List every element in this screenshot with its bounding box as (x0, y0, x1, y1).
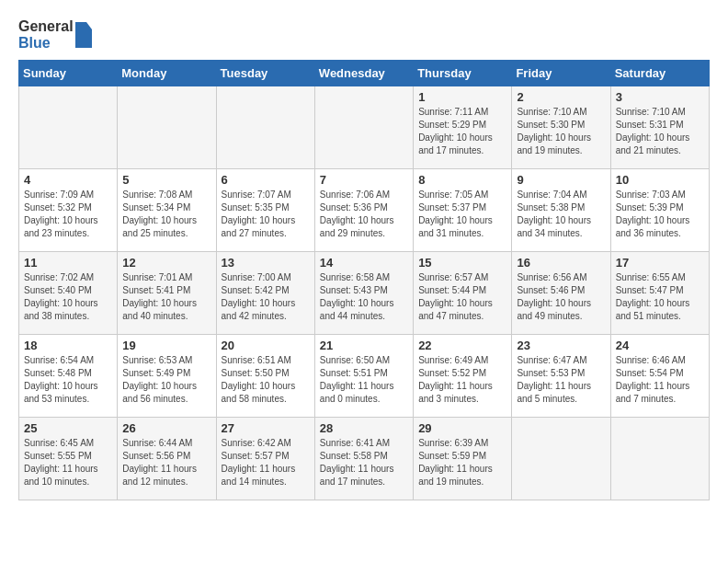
svg-marker-0 (75, 22, 92, 48)
calendar-week-1: 1Sunrise: 7:11 AMSunset: 5:29 PMDaylight… (19, 86, 710, 169)
calendar-cell: 6Sunrise: 7:07 AMSunset: 5:35 PMDaylight… (216, 169, 314, 252)
day-number: 7 (320, 173, 408, 187)
day-info: Sunrise: 7:00 AMSunset: 5:42 PMDaylight:… (222, 271, 310, 323)
day-number: 18 (24, 339, 112, 352)
calendar-cell (610, 418, 709, 500)
day-info: Sunrise: 6:41 AMSunset: 5:58 PMDaylight:… (320, 437, 408, 488)
calendar-week-4: 18Sunrise: 6:54 AMSunset: 5:48 PMDayligh… (19, 335, 710, 418)
day-number: 9 (517, 173, 605, 187)
calendar-cell: 15Sunrise: 6:57 AMSunset: 5:44 PMDayligh… (414, 252, 512, 335)
calendar-cell: 29Sunrise: 6:39 AMSunset: 5:59 PMDayligh… (414, 418, 512, 500)
calendar-cell: 7Sunrise: 7:06 AMSunset: 5:36 PMDaylight… (314, 169, 413, 252)
day-info: Sunrise: 6:54 AMSunset: 5:48 PMDaylight:… (24, 354, 112, 406)
day-number: 1 (418, 90, 506, 104)
weekday-header-monday: Monday (118, 61, 216, 86)
calendar-cell: 3Sunrise: 7:10 AMSunset: 5:31 PMDaylight… (610, 86, 709, 169)
day-number: 27 (222, 421, 310, 435)
calendar-cell (512, 418, 610, 500)
day-info: Sunrise: 7:07 AMSunset: 5:35 PMDaylight:… (222, 189, 310, 240)
day-info: Sunrise: 7:11 AMSunset: 5:29 PMDaylight:… (418, 106, 506, 157)
day-number: 26 (122, 421, 210, 435)
day-number: 3 (616, 90, 704, 104)
day-info: Sunrise: 7:10 AMSunset: 5:30 PMDaylight:… (517, 106, 605, 157)
calendar-cell: 13Sunrise: 7:00 AMSunset: 5:42 PMDayligh… (216, 252, 314, 335)
day-number: 21 (320, 339, 408, 352)
day-info: Sunrise: 7:03 AMSunset: 5:39 PMDaylight:… (616, 189, 704, 240)
day-info: Sunrise: 6:47 AMSunset: 5:53 PMDaylight:… (517, 354, 605, 406)
weekday-header-saturday: Saturday (610, 61, 709, 86)
calendar-cell: 24Sunrise: 6:46 AMSunset: 5:54 PMDayligh… (610, 335, 709, 418)
day-info: Sunrise: 6:55 AMSunset: 5:47 PMDaylight:… (616, 271, 704, 323)
day-info: Sunrise: 7:04 AMSunset: 5:38 PMDaylight:… (517, 189, 605, 240)
logo-blue: Blue (18, 35, 74, 52)
calendar-cell (216, 86, 314, 169)
calendar-cell: 25Sunrise: 6:45 AMSunset: 5:55 PMDayligh… (19, 418, 118, 500)
day-info: Sunrise: 6:58 AMSunset: 5:43 PMDaylight:… (320, 271, 408, 323)
logo-arrow-icon (75, 22, 92, 48)
calendar-week-5: 25Sunrise: 6:45 AMSunset: 5:55 PMDayligh… (19, 418, 710, 500)
calendar-cell: 4Sunrise: 7:09 AMSunset: 5:32 PMDaylight… (19, 169, 118, 252)
day-info: Sunrise: 7:02 AMSunset: 5:40 PMDaylight:… (24, 271, 112, 323)
day-number: 23 (517, 339, 605, 352)
day-number: 20 (222, 339, 310, 352)
calendar-cell (19, 86, 118, 169)
day-info: Sunrise: 6:42 AMSunset: 5:57 PMDaylight:… (222, 437, 310, 488)
calendar-cell: 5Sunrise: 7:08 AMSunset: 5:34 PMDaylight… (118, 169, 216, 252)
weekday-header-tuesday: Tuesday (216, 61, 314, 86)
day-info: Sunrise: 7:08 AMSunset: 5:34 PMDaylight:… (122, 189, 210, 240)
day-info: Sunrise: 6:49 AMSunset: 5:52 PMDaylight:… (418, 354, 506, 406)
logo-text: General Blue (18, 18, 74, 51)
calendar-week-2: 4Sunrise: 7:09 AMSunset: 5:32 PMDaylight… (19, 169, 710, 252)
weekday-header-thursday: Thursday (414, 61, 512, 86)
day-number: 19 (122, 339, 210, 352)
day-info: Sunrise: 7:05 AMSunset: 5:37 PMDaylight:… (418, 189, 506, 240)
day-info: Sunrise: 7:10 AMSunset: 5:31 PMDaylight:… (616, 106, 704, 157)
day-info: Sunrise: 6:45 AMSunset: 5:55 PMDaylight:… (24, 437, 112, 488)
day-number: 11 (24, 256, 112, 270)
day-info: Sunrise: 6:51 AMSunset: 5:50 PMDaylight:… (222, 354, 310, 406)
day-number: 24 (616, 339, 704, 352)
day-number: 25 (24, 421, 112, 435)
calendar-cell: 21Sunrise: 6:50 AMSunset: 5:51 PMDayligh… (314, 335, 413, 418)
day-number: 17 (616, 256, 704, 270)
calendar-cell: 2Sunrise: 7:10 AMSunset: 5:30 PMDaylight… (512, 86, 610, 169)
calendar-cell: 26Sunrise: 6:44 AMSunset: 5:56 PMDayligh… (118, 418, 216, 500)
weekday-header-row: SundayMondayTuesdayWednesdayThursdayFrid… (19, 61, 710, 86)
day-number: 29 (418, 421, 506, 435)
calendar-cell: 10Sunrise: 7:03 AMSunset: 5:39 PMDayligh… (610, 169, 709, 252)
calendar-cell (314, 86, 413, 169)
logo-container: General Blue (18, 18, 92, 51)
day-info: Sunrise: 6:39 AMSunset: 5:59 PMDaylight:… (418, 437, 506, 488)
calendar-cell: 28Sunrise: 6:41 AMSunset: 5:58 PMDayligh… (314, 418, 413, 500)
calendar-cell: 17Sunrise: 6:55 AMSunset: 5:47 PMDayligh… (610, 252, 709, 335)
calendar-cell (118, 86, 216, 169)
day-info: Sunrise: 6:50 AMSunset: 5:51 PMDaylight:… (320, 354, 408, 406)
calendar-cell: 11Sunrise: 7:02 AMSunset: 5:40 PMDayligh… (19, 252, 118, 335)
day-info: Sunrise: 7:01 AMSunset: 5:41 PMDaylight:… (122, 271, 210, 323)
day-number: 14 (320, 256, 408, 270)
calendar-cell: 1Sunrise: 7:11 AMSunset: 5:29 PMDaylight… (414, 86, 512, 169)
day-info: Sunrise: 7:09 AMSunset: 5:32 PMDaylight:… (24, 189, 112, 240)
day-info: Sunrise: 6:46 AMSunset: 5:54 PMDaylight:… (616, 354, 704, 406)
logo: General Blue (18, 18, 92, 51)
day-number: 6 (222, 173, 310, 187)
day-number: 15 (418, 256, 506, 270)
logo-general: General (18, 18, 74, 35)
calendar-cell: 19Sunrise: 6:53 AMSunset: 5:49 PMDayligh… (118, 335, 216, 418)
day-number: 10 (616, 173, 704, 187)
weekday-header-wednesday: Wednesday (314, 61, 413, 86)
calendar-cell: 16Sunrise: 6:56 AMSunset: 5:46 PMDayligh… (512, 252, 610, 335)
calendar-cell: 23Sunrise: 6:47 AMSunset: 5:53 PMDayligh… (512, 335, 610, 418)
day-number: 5 (122, 173, 210, 187)
day-number: 12 (122, 256, 210, 270)
calendar-cell: 9Sunrise: 7:04 AMSunset: 5:38 PMDaylight… (512, 169, 610, 252)
calendar-week-3: 11Sunrise: 7:02 AMSunset: 5:40 PMDayligh… (19, 252, 710, 335)
weekday-header-sunday: Sunday (19, 61, 118, 86)
day-info: Sunrise: 6:53 AMSunset: 5:49 PMDaylight:… (122, 354, 210, 406)
weekday-header-friday: Friday (512, 61, 610, 86)
calendar-cell: 20Sunrise: 6:51 AMSunset: 5:50 PMDayligh… (216, 335, 314, 418)
page-header: General Blue (18, 18, 710, 51)
calendar-cell: 12Sunrise: 7:01 AMSunset: 5:41 PMDayligh… (118, 252, 216, 335)
day-info: Sunrise: 7:06 AMSunset: 5:36 PMDaylight:… (320, 189, 408, 240)
calendar-cell: 18Sunrise: 6:54 AMSunset: 5:48 PMDayligh… (19, 335, 118, 418)
